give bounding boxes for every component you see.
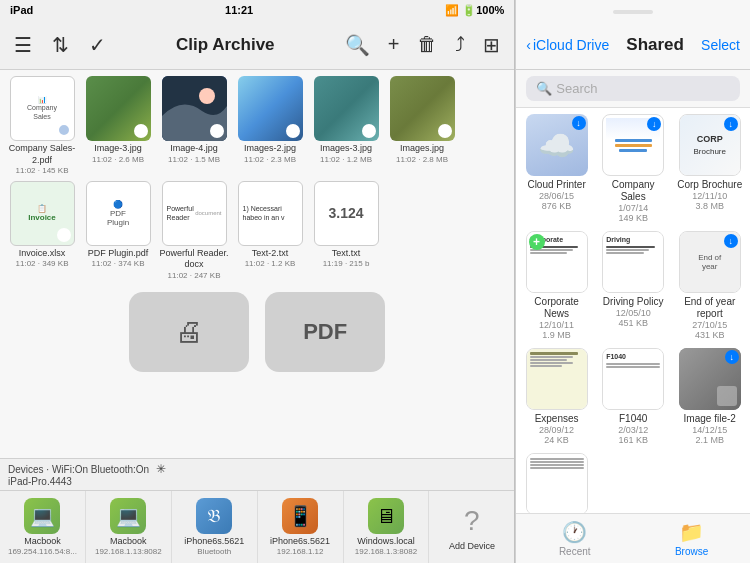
left-panel: iPad 11:21 📶 🔋100% ☰ ⇅ ✓ Clip Archive 🔍 … <box>0 0 514 563</box>
right-panel: ‹ iCloud Drive Shared Select 🔍 Search ☁️… <box>515 0 750 563</box>
print-button[interactable]: 🖨 <box>129 292 249 372</box>
back-label: iCloud Drive <box>533 37 609 53</box>
time-label: 11:21 <box>225 4 253 16</box>
more-icon[interactable]: ⊞ <box>479 31 504 59</box>
tab-browse-label: Browse <box>675 546 708 557</box>
file-name: Corporate News <box>522 296 591 320</box>
list-item[interactable]: 3.124 Text.txt11:19 · 215 b <box>310 181 382 282</box>
sort-icon[interactable]: ⇅ <box>48 31 73 59</box>
list-item[interactable]: 📋Invoice Invoice.xlsx11:02 · 349 KB <box>6 181 78 282</box>
device-sub: 192.168.1.12 <box>277 547 324 556</box>
tab-recent-label: Recent <box>559 546 591 557</box>
search-placeholder: Search <box>556 81 597 96</box>
search-icon: 🔍 <box>536 81 552 96</box>
action-buttons: 🖨 PDF <box>6 282 508 378</box>
search-bar: 🔍 Search <box>516 70 750 108</box>
device-icons: 💻 Macbook 169.254.116.54:8... 💻 Macbook … <box>0 491 514 563</box>
device-label: Windows.local <box>357 536 415 547</box>
carrier-label: iPad <box>10 4 33 16</box>
file-name: Corp Brochure <box>677 179 742 191</box>
add-device-icon: ? <box>454 503 490 539</box>
list-item[interactable]: Corporate + Corporate News 12/10/111.9 M… <box>522 231 591 340</box>
device-macbook1[interactable]: 💻 Macbook 169.254.116.54:8... <box>0 491 86 563</box>
print-icon: 🖨 <box>175 315 203 348</box>
tab-browse[interactable]: 📁 Browse <box>633 514 750 563</box>
delete-icon[interactable]: 🗑 <box>413 31 441 58</box>
device-bar: Devices · WiFi:On Bluetooth:On ✳ iPad-Pr… <box>0 458 514 563</box>
file-name: F1040 <box>619 413 647 425</box>
clock-icon: 🕐 <box>562 520 587 544</box>
device-sub: 192.168.1.3:8082 <box>355 547 417 556</box>
file-meta: 2/03/12161 KB <box>618 425 648 445</box>
list-item[interactable]: ↓ Image file-2 14/12/152.1 MB <box>675 348 744 445</box>
menu-icon[interactable]: ☰ <box>10 31 36 59</box>
file-name: Cloud Printer <box>527 179 585 191</box>
file-meta: 12/10/111.9 MB <box>539 320 574 340</box>
mac-icon: 💻 <box>24 498 60 534</box>
list-item[interactable]: Writing... <box>522 453 591 513</box>
file-name: Image file-2 <box>684 413 736 425</box>
device-label: iPhone6s.5621 <box>270 536 330 547</box>
pdf-button[interactable]: PDF <box>265 292 385 372</box>
device-add[interactable]: ? Add Device <box>429 491 514 563</box>
add-icon[interactable]: + <box>384 31 404 58</box>
device-label: iPhone6s.5621 <box>184 536 244 547</box>
list-item[interactable]: Image-4.jpg11:02 · 1.5 MB <box>158 76 230 177</box>
list-item[interactable]: 1) Necessari habeo in an v Text-2.txt11:… <box>234 181 306 282</box>
tab-recent[interactable]: 🕐 Recent <box>516 514 633 563</box>
list-item[interactable]: Expenses 28/09/1224 KB <box>522 348 591 445</box>
list-item[interactable]: ↓ Company Sales 1/07/14149 KB <box>599 114 668 223</box>
file-meta: 28/09/1224 KB <box>539 425 574 445</box>
device-sub: 169.254.116.54:8... <box>8 547 77 556</box>
pdf-label: PDF <box>303 319 347 345</box>
file-meta: 12/05/10451 KB <box>616 308 651 328</box>
file-name: Driving Policy <box>603 296 664 308</box>
device-label: Macbook <box>24 536 61 547</box>
windows-icon: 🖥 <box>368 498 404 534</box>
bluetooth-icon: 𝔅 <box>196 498 232 534</box>
file-grid-area: 📊CompanySales Company Sales-2.pdf11:02 ·… <box>0 70 514 458</box>
icloud-files: ☁️ ↓ Cloud Printer 28/06/15876 KB ↓ Comp… <box>516 108 750 513</box>
list-item[interactable]: End ofyear ↓ End of year report 27/10/15… <box>675 231 744 340</box>
list-item[interactable]: CORP Brochure ↓ Corp Brochure 12/11/103.… <box>675 114 744 223</box>
device-iphone-wifi[interactable]: 📱 iPhone6s.5621 192.168.1.12 <box>258 491 344 563</box>
list-item[interactable]: Powerful Reader document Powerful Reader… <box>158 181 230 282</box>
search-input[interactable]: 🔍 Search <box>526 76 740 101</box>
device-label: Add Device <box>449 541 495 552</box>
file-meta: 1/07/14149 KB <box>618 203 648 223</box>
device-sub: Bluetooth <box>197 547 231 556</box>
list-item[interactable]: Images.jpg11:02 · 2.8 MB <box>386 76 458 177</box>
cloud-icon: ☁️ <box>538 128 575 163</box>
battery-label: 📶 🔋100% <box>445 4 504 17</box>
device-iphone-bt[interactable]: 𝔅 iPhone6s.5621 Bluetooth <box>172 491 258 563</box>
list-item[interactable]: Images-3.jpg11:02 · 1.2 MB <box>310 76 382 177</box>
list-item[interactable]: 📊CompanySales Company Sales-2.pdf11:02 ·… <box>6 76 78 177</box>
list-item[interactable]: 🔵PDFPlugin PDF Plugin.pdf11:02 · 374 KB <box>82 181 154 282</box>
right-header: ‹ iCloud Drive Shared Select <box>516 20 750 70</box>
select-button[interactable]: Select <box>701 37 740 53</box>
device-label: Macbook <box>110 536 147 547</box>
list-item[interactable]: F1040 F1040 2/03/12161 KB <box>599 348 668 445</box>
mac-icon: 💻 <box>110 498 146 534</box>
device-sub: 192.168.1.13:8082 <box>95 547 162 556</box>
file-name: Company Sales <box>599 179 668 203</box>
file-meta: 14/12/152.1 MB <box>692 425 727 445</box>
icloud-grid: ☁️ ↓ Cloud Printer 28/06/15876 KB ↓ Comp… <box>522 114 744 513</box>
device-macbook2[interactable]: 💻 Macbook 192.168.1.13:8082 <box>86 491 172 563</box>
share-icon[interactable]: ⤴ <box>451 31 469 58</box>
file-grid: 📊CompanySales Company Sales-2.pdf11:02 ·… <box>6 76 508 282</box>
folder-icon: 📁 <box>679 520 704 544</box>
file-meta: 28/06/15876 KB <box>539 191 574 211</box>
list-item[interactable]: Image-3.jpg11:02 · 2.6 MB <box>82 76 154 177</box>
chevron-left-icon: ‹ <box>526 37 531 53</box>
back-button[interactable]: ‹ iCloud Drive <box>526 37 609 53</box>
search-icon[interactable]: 🔍 <box>341 31 374 59</box>
list-item[interactable]: Driving Driving Policy 12/05/10451 KB <box>599 231 668 340</box>
check-icon[interactable]: ✓ <box>85 31 110 59</box>
left-header: ☰ ⇅ ✓ Clip Archive 🔍 + 🗑 ⤴ ⊞ <box>0 20 514 70</box>
file-name: End of year report <box>675 296 744 320</box>
iphone-icon: 📱 <box>282 498 318 534</box>
device-windows[interactable]: 🖥 Windows.local 192.168.1.3:8082 <box>344 491 430 563</box>
list-item[interactable]: ☁️ ↓ Cloud Printer 28/06/15876 KB <box>522 114 591 223</box>
list-item[interactable]: Images-2.jpg11:02 · 2.3 MB <box>234 76 306 177</box>
